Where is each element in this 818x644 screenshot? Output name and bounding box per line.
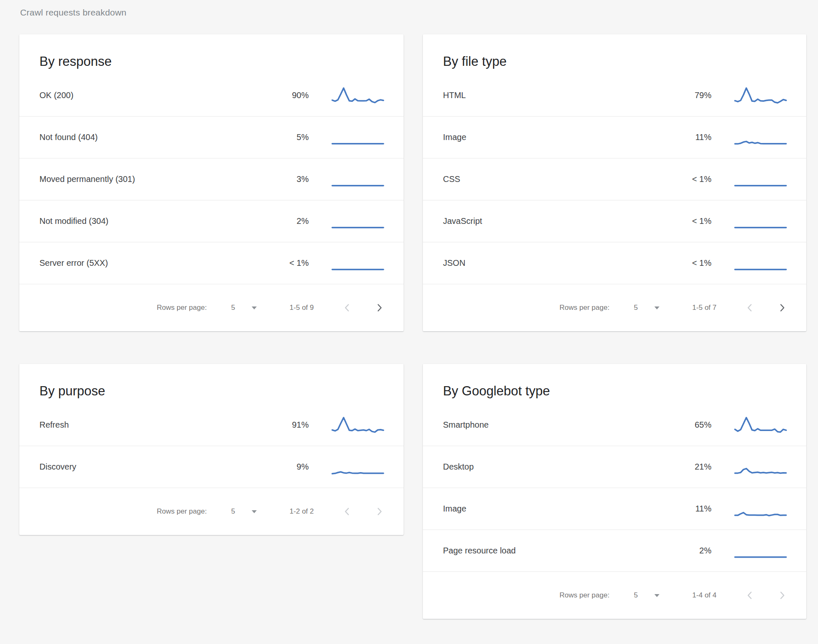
row-sparkline (331, 86, 385, 105)
rows-per-page-select[interactable]: 5 (231, 507, 257, 516)
prev-page-button[interactable] (342, 302, 351, 314)
row-sparkline (733, 458, 788, 476)
dropdown-arrow-icon (252, 306, 257, 309)
next-page-button[interactable] (778, 302, 787, 314)
pagination-range: 1-5 of 7 (692, 304, 716, 312)
pagination-range: 1-4 of 4 (692, 591, 716, 600)
table-row[interactable]: Desktop21% (423, 446, 806, 488)
table-row[interactable]: Image11% (423, 117, 806, 158)
table-row[interactable]: Not modified (304)2% (19, 200, 404, 242)
prev-page-button[interactable] (745, 589, 754, 601)
table-row[interactable]: Smartphone65% (423, 404, 806, 446)
next-page-button[interactable] (375, 302, 384, 314)
row-label: Desktop (443, 462, 670, 472)
row-value: 21% (670, 462, 711, 472)
table-row[interactable]: JavaScript< 1% (423, 200, 806, 242)
sparkline-chart (331, 128, 385, 147)
table-row[interactable]: Discovery9% (19, 446, 404, 488)
prev-page-button[interactable] (342, 506, 351, 517)
table-row[interactable]: Server error (5XX)< 1% (19, 242, 404, 284)
row-sparkline (331, 170, 385, 189)
sparkline-chart (733, 86, 788, 105)
rows-per-page-select[interactable]: 5 (634, 304, 659, 312)
sparkline-chart (733, 170, 788, 189)
table-row[interactable]: Page resource load2% (423, 530, 806, 572)
chevron-right-icon (377, 304, 383, 312)
table-row[interactable]: OK (200)90% (19, 75, 404, 117)
card-by-file-type: By file type HTML79%Image11%CSS< 1%JavaS… (423, 34, 806, 331)
table-row[interactable]: Not found (404)5% (19, 117, 404, 158)
row-label: HTML (443, 91, 670, 100)
row-sparkline (733, 86, 788, 105)
row-label: Not found (404) (39, 132, 267, 142)
pagination-bar: Rows per page: 5 1-5 of 7 (423, 284, 806, 331)
row-value: 2% (670, 546, 711, 556)
row-sparkline (733, 542, 788, 560)
chevron-right-icon (780, 304, 785, 312)
chevron-right-icon (780, 591, 785, 600)
rows-per-page-label: Rows per page: (560, 591, 610, 600)
rows-per-page-select[interactable]: 5 (231, 304, 257, 312)
row-sparkline (331, 128, 385, 147)
sparkline-chart (733, 212, 788, 231)
row-sparkline (733, 128, 788, 147)
card-rows: OK (200)90%Not found (404)5%Moved perman… (19, 75, 404, 284)
card-title: By response (19, 34, 404, 75)
row-value: 11% (670, 132, 711, 142)
row-value: 2% (267, 216, 309, 226)
card-by-purpose: By purpose Refresh91%Discovery9% Rows pe… (19, 364, 404, 535)
card-rows: Smartphone65%Desktop21%Image11%Page reso… (423, 404, 806, 572)
row-value: 5% (267, 132, 309, 142)
row-label: Image (443, 132, 670, 142)
sparkline-chart (331, 212, 385, 231)
sparkline-chart (733, 416, 788, 434)
chevron-right-icon (377, 507, 383, 516)
table-row[interactable]: Image11% (423, 488, 806, 530)
sparkline-chart (331, 170, 385, 189)
table-row[interactable]: Refresh91% (19, 404, 404, 446)
pagination-bar: Rows per page: 5 1-5 of 9 (19, 284, 404, 331)
rows-per-page-label: Rows per page: (157, 304, 207, 312)
row-sparkline (331, 254, 385, 273)
card-title: By purpose (19, 364, 404, 404)
row-sparkline (733, 254, 788, 273)
row-label: JavaScript (443, 216, 670, 226)
chevron-left-icon (747, 591, 752, 600)
page-title: Crawl requests breakdown (20, 8, 126, 18)
card-by-response: By response OK (200)90%Not found (404)5%… (19, 34, 404, 331)
row-label: Discovery (39, 462, 267, 472)
row-sparkline (733, 212, 788, 231)
pagination-bar: Rows per page: 5 1-2 of 2 (19, 488, 404, 535)
card-title: By file type (423, 34, 806, 75)
row-value: 9% (267, 462, 309, 472)
next-page-button[interactable] (375, 506, 384, 517)
row-sparkline (331, 212, 385, 231)
next-page-button[interactable] (778, 589, 787, 601)
dropdown-arrow-icon (252, 510, 257, 513)
chevron-left-icon (344, 304, 349, 312)
row-label: Server error (5XX) (39, 258, 267, 268)
row-value: 65% (670, 420, 711, 430)
prev-page-button[interactable] (745, 302, 754, 314)
row-label: Moved permanently (301) (39, 174, 267, 184)
sparkline-chart (331, 458, 385, 476)
table-row[interactable]: CSS< 1% (423, 158, 806, 200)
pagination-range: 1-5 of 9 (289, 304, 314, 312)
chevron-left-icon (747, 304, 752, 312)
row-value: 3% (267, 174, 309, 184)
row-label: Image (443, 504, 670, 514)
card-by-googlebot-type: By Googlebot type Smartphone65%Desktop21… (423, 364, 806, 619)
table-row[interactable]: HTML79% (423, 75, 806, 117)
rows-per-page-label: Rows per page: (157, 507, 207, 516)
row-sparkline (733, 500, 788, 518)
row-sparkline (733, 416, 788, 434)
sparkline-chart (733, 542, 788, 560)
chevron-left-icon (344, 507, 349, 516)
table-row[interactable]: Moved permanently (301)3% (19, 158, 404, 200)
sparkline-chart (331, 86, 385, 105)
rows-per-page-select[interactable]: 5 (634, 591, 659, 600)
table-row[interactable]: JSON< 1% (423, 242, 806, 284)
card-title: By Googlebot type (423, 364, 806, 404)
row-label: Smartphone (443, 420, 670, 430)
card-rows: HTML79%Image11%CSS< 1%JavaScript< 1%JSON… (423, 75, 806, 284)
